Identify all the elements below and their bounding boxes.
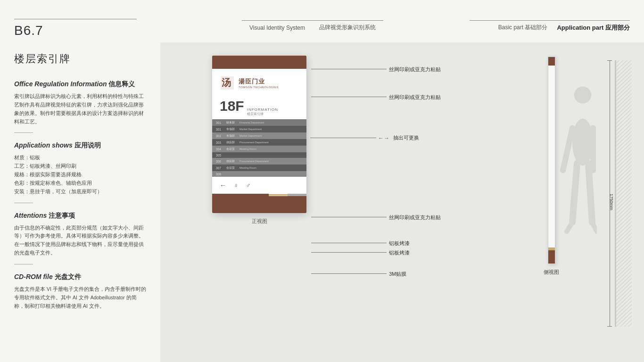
header-center-labels: Visual Identity System 品牌视觉形象识别系统 [249,24,376,32]
sign-floor-info: INFORMATION [247,107,278,112]
ann-line-al2 [311,252,387,253]
dir-dept-cn: 市场部 [226,134,239,138]
side-sign-top [548,57,555,66]
ann-text-silk1: 丝网印刷或亚克力粘贴 [389,66,441,73]
svg-line-4 [563,128,572,171]
side-view-label: 侧视图 [544,269,559,276]
basic-part-label: Basic part 基础部分 [498,24,548,32]
sign-logo: 汤 湯臣门业 TOMSON TECHNOLOGIES [220,75,299,90]
svg-text:汤: 汤 [222,77,231,88]
dir-row: 304会议室Meeting Room [212,146,306,152]
section1-title: Office Regulation Information 信息释义 [14,80,146,89]
dir-row: 303供应部Procurement Department [212,139,306,146]
dir-dept-en: Financial Department [239,121,303,124]
sign-floor-cn: 楼层索引牌 [247,112,278,116]
dir-dept-en: Procurement Department [239,141,303,144]
person-icon: ♀ [234,182,239,189]
side-sign-mid [548,66,555,247]
sign-bottom-panel [212,196,306,213]
dir-room: 302 [216,134,226,138]
svg-point-3 [572,119,593,166]
front-view-label: 正视图 [252,218,267,225]
dir-room: 307 [216,166,226,170]
dir-dept-cn: 财务部 [226,121,239,125]
logo-cn: 湯臣门业 [239,77,279,86]
dir-row: 305 [212,152,306,158]
section3-title: Attentions 注意事项 [14,212,146,220]
header-center: Visual Identity System 品牌视觉形象识别系统 [160,11,465,32]
dir-dept-cn: 会议室 [226,147,239,151]
header-right-divider [470,20,630,21]
side-sign [548,57,555,264]
dir-room: 308 [216,173,226,176]
sign-top-bar [212,56,306,69]
dir-row: 302市场部Market Department [212,132,306,139]
header-right: Basic part 基础部分 Application part 应用部分 [465,11,644,32]
svg-rect-11 [615,60,632,327]
dir-room: 301 [216,121,226,124]
sign-container: 汤 湯臣门业 TOMSON TECHNOLOGIES 18F INFORMATI… [212,56,306,225]
logo-en: TOMSON TECHNOLOGIES [239,86,279,89]
dir-row: 306供应部Procurement Department [212,158,306,165]
dir-row: 301市场部Market Department [212,126,306,132]
divider-1 [14,132,33,133]
svg-line-6 [572,164,577,222]
person2-icon: ♂ [246,182,251,189]
vis-system-label: Visual Identity System [249,25,305,31]
ann-line-al1 [311,243,387,243]
dir-row: 301财务部Financial Department [212,119,306,126]
section2-body: 材质：铝板 工艺：铝板烤漆、丝网印刷 规格：根据实际需要选择规格 色彩：按规定标… [14,154,146,196]
dir-dept-en: Meeting Room [239,148,303,150]
svg-rect-12 [615,60,616,327]
section1-body: 索引牌以品牌标识为核心元素，利用材料的特性与特殊工艺制作具有品牌视觉特征的索引牌… [14,92,146,126]
logo-icon: 汤 [220,75,235,90]
arrow-icon: ← [220,181,226,189]
page-number: B6.7 [14,23,146,38]
dir-room: 306 [216,160,226,163]
dir-dept-en: Meeting Room [239,166,303,169]
ann-line-2 [311,97,387,97]
dimension-line: 1750mm [607,60,612,327]
ann-line-3 [311,217,387,217]
human-silhouette [559,61,597,327]
header-divider [14,19,137,19]
svg-line-7 [588,164,592,222]
sign-icons-area: ← ♀ ♂ [212,177,306,194]
sign-floor-num: 18F [220,99,244,113]
side-view-container: 侧视图 [544,57,559,276]
section2-title: Application shows 应用说明 [14,141,146,150]
app-part-label: Application part 应用部分 [557,24,630,32]
ann-pullout: ←→ 抽出可更换 [310,134,419,141]
right-panel: 汤 湯臣门业 TOMSON TECHNOLOGIES 18F INFORMATI… [160,42,644,362]
dir-row: 308 [212,171,306,177]
ann-text-film: 3M贴膜 [389,271,406,278]
side-sign-bottom [548,250,555,263]
main-layout: 楼层索引牌 Office Regulation Information 信息释义… [0,42,644,362]
header: B6.7 Visual Identity System 品牌视觉形象识别系统 B… [0,0,644,42]
wall-hatch [615,60,632,327]
ann-text-al2: 铝板烤漆 [389,249,410,256]
dir-dept-cn: 供应部 [226,159,239,164]
sign-floor-area: 18F INFORMATION 楼层索引牌 [212,95,306,119]
dir-row: 307会议室Meeting Room [212,165,306,171]
dir-room: 304 [216,148,226,151]
dir-dept-cn: 市场部 [226,127,239,132]
sign-directory: 301财务部Financial Department301市场部Market D… [212,119,306,177]
ann-text-al1: 铝板烤漆 [389,240,410,247]
svg-point-2 [574,87,591,104]
divider-2 [14,203,33,203]
ann-text-silk3: 丝网印刷或亚克力粘贴 [389,214,441,221]
dir-dept-cn: 供应部 [226,140,239,145]
divider-3 [14,264,33,264]
page-title: 楼层索引牌 [14,52,146,66]
dir-dept-en: Market Department [239,128,303,131]
dir-dept-en: Market Department [239,134,303,137]
bottom-stripes [212,194,306,196]
dir-room: 305 [216,154,226,157]
dir-dept-cn: 会议室 [226,166,239,170]
ann-text-silk2: 丝网印刷或亚克力粘贴 [389,94,441,101]
section4-body: 光盘文件是本 VI 手册电子文件的集合，内含手册制作时的专用软件格式文件。其中 … [14,285,146,311]
sign-logo-area: 汤 湯臣门业 TOMSON TECHNOLOGIES [212,69,306,95]
left-panel: 楼层索引牌 Office Regulation Information 信息释义… [0,42,160,362]
sign-body: 汤 湯臣门业 TOMSON TECHNOLOGIES 18F INFORMATI… [212,56,306,213]
